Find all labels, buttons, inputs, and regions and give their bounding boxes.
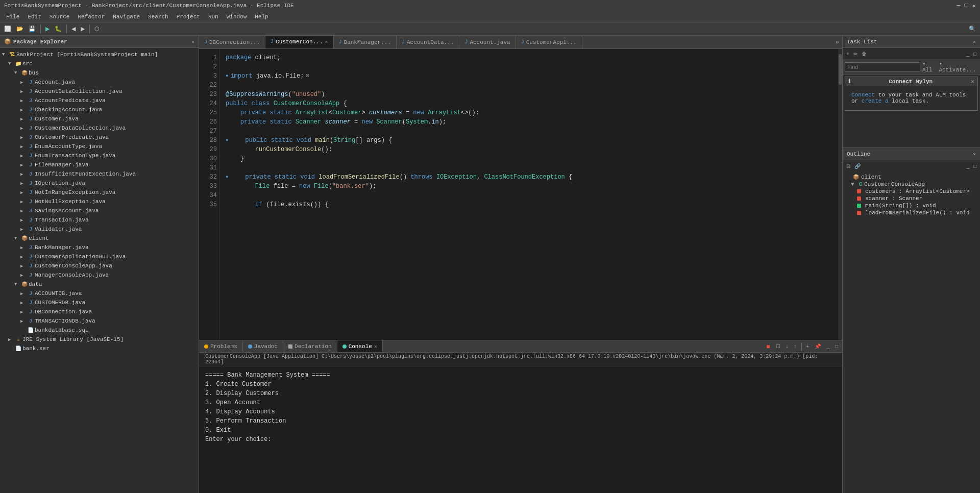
task-filter-activate[interactable]: ▾ Activate... [937, 60, 978, 73]
outline-client[interactable]: 📦 client [843, 174, 980, 181]
tree-accountdatacollection[interactable]: ▶JAccountDataCollection.java [0, 87, 199, 96]
menu-help[interactable]: Help [251, 13, 272, 21]
console-close[interactable]: ✕ [374, 343, 377, 350]
console-new[interactable]: + [804, 342, 812, 350]
console-minimize[interactable]: _ [824, 342, 831, 350]
tab-account[interactable]: J Account.java [459, 36, 516, 48]
outline-tree[interactable]: 📦 client ▼ C CustomerConsoleApp customer… [843, 171, 980, 493]
package-explorer-tree[interactable]: ▼ 🏗 BankProject [FortisBankSystemProject… [0, 48, 199, 493]
package-explorer-close[interactable]: ✕ [191, 39, 194, 45]
menu-refactor[interactable]: Refactor [74, 13, 109, 21]
outline-class[interactable]: ▼ C CustomerConsoleApp [843, 181, 980, 188]
maximize-button[interactable]: □ [965, 2, 968, 10]
outline-scanner-field[interactable]: scanner : Scanner [843, 195, 980, 202]
tree-notnull[interactable]: ▶JNotNullException.java [0, 197, 199, 206]
tree-bankdatabase[interactable]: 📄bankdatabase.sql [0, 326, 199, 335]
tree-transactiondb[interactable]: ▶JTRANSACTIONDB.java [0, 316, 199, 326]
tree-ioperation[interactable]: ▶JIOperation.java [0, 179, 199, 188]
console-scroll-end[interactable]: ↓ [784, 342, 791, 350]
outline-main-method[interactable]: main(String[]) : void [843, 202, 980, 209]
task-new[interactable]: + [845, 51, 851, 57]
toolbar-open[interactable]: 📂 [14, 24, 26, 33]
tree-savingsaccount[interactable]: ▶JSavingsAccount.java [0, 206, 199, 215]
tab-accountdata[interactable]: J AccountData... [397, 36, 459, 48]
tree-validator[interactable]: ▶JValidator.java [0, 225, 199, 234]
tab-declaration[interactable]: Declaration [283, 340, 337, 352]
close-button[interactable]: ✕ [972, 2, 976, 10]
outline-minimize[interactable]: _ [965, 163, 971, 169]
menu-source[interactable]: Source [45, 13, 74, 21]
console-terminate[interactable]: ■ [764, 342, 772, 351]
toolbar-back[interactable]: ◀ [69, 24, 78, 33]
tree-customerdb[interactable]: ▶JCUSTOMERDB.java [0, 298, 199, 307]
minimize-button[interactable]: ─ [957, 2, 960, 10]
tree-src[interactable]: ▼ 📁 src [0, 59, 199, 68]
tree-data-package[interactable]: ▼ 📦 data [0, 280, 199, 289]
task-minimize[interactable]: _ [965, 51, 971, 57]
tree-managerconsoleapp[interactable]: ▶JManagerConsoleApp.java [0, 270, 199, 280]
tree-customerconsoleapp[interactable]: ▶JCustomerConsoleApp.java [0, 261, 199, 270]
task-search-input[interactable] [845, 62, 920, 71]
toolbar-run[interactable]: ▶ [43, 24, 52, 33]
tab-javadoc[interactable]: Javadoc [243, 340, 283, 352]
console-maximize[interactable]: □ [833, 342, 840, 350]
tree-bankmanager[interactable]: ▶JBankManager.java [0, 243, 199, 252]
outline-maximize[interactable]: □ [972, 163, 978, 169]
tree-insufficientfund[interactable]: ▶JInsufficientFundException.java [0, 169, 199, 179]
tree-client-package[interactable]: ▼ 📦 client [0, 234, 199, 243]
menu-navigate[interactable]: Navigate [109, 13, 144, 21]
outline-link[interactable]: 🔗 [853, 163, 862, 169]
tree-checkingaccount[interactable]: ▶JCheckingAccount.java [0, 105, 199, 114]
task-filter-all[interactable]: ▾ All [920, 60, 937, 73]
tree-bankser[interactable]: 📄 bank.ser [0, 344, 199, 353]
tree-project[interactable]: ▼ 🏗 BankProject [FortisBankSystemProject… [0, 50, 199, 59]
console-clear[interactable]: ☐ [774, 342, 782, 350]
tab-close[interactable]: ✕ [325, 39, 328, 45]
console-scroll-start[interactable]: ↑ [792, 342, 799, 350]
task-list-close[interactable]: ✕ [973, 39, 976, 45]
task-maximize[interactable]: □ [972, 51, 978, 57]
menu-project[interactable]: Project [173, 13, 204, 21]
menu-edit[interactable]: Edit [23, 13, 45, 21]
tree-accountdb[interactable]: ▶JACCOUNTDB.java [0, 289, 199, 298]
menu-run[interactable]: Run [204, 13, 223, 21]
tree-enumtransactiontype[interactable]: ▶JEnumTransactionType.java [0, 151, 199, 160]
tree-dbconnection[interactable]: ▶JDBConnection.java [0, 307, 199, 316]
tab-overflow-menu[interactable]: » [832, 36, 842, 48]
tree-customerdatacollection[interactable]: ▶JCustomerDataCollection.java [0, 124, 199, 133]
menu-file[interactable]: File [2, 13, 23, 21]
menu-window[interactable]: Window [223, 13, 251, 21]
mylyn-connect-link[interactable]: Connect [851, 92, 875, 98]
task-delete[interactable]: 🗑 [860, 51, 868, 57]
outline-close[interactable]: ✕ [973, 151, 976, 157]
menu-search[interactable]: Search [144, 13, 173, 21]
tab-problems[interactable]: Problems [199, 340, 243, 352]
tree-customer[interactable]: ▶JCustomer.java [0, 114, 199, 124]
tab-dbconnection[interactable]: J DBConnection... [199, 36, 265, 48]
toolbar-search[interactable]: 🔍 [967, 24, 978, 33]
toolbar-perspective[interactable]: ⬡ [92, 24, 102, 33]
tab-bankmanager[interactable]: J BankManager... [334, 36, 397, 48]
outline-collapse-all[interactable]: ⊟ [845, 163, 852, 169]
code-editor[interactable]: package client; ●import java.io.File;⊠ @… [219, 49, 838, 340]
tree-notinrange[interactable]: ▶JNotInRangeException.java [0, 188, 199, 197]
tab-console[interactable]: Console ✕ [337, 340, 383, 352]
tab-customerappl[interactable]: J CustomerAppl... [516, 36, 582, 48]
outline-customers-field[interactable]: customers : ArrayList<Customer> [843, 188, 980, 195]
console-pin[interactable]: 📌 [813, 342, 823, 350]
editor-scrollbar[interactable] [838, 49, 842, 340]
tree-customerpredicate[interactable]: ▶JCustomerPredicate.java [0, 133, 199, 142]
tree-customerappgui[interactable]: ▶JCustomerApplicationGUI.java [0, 252, 199, 261]
tree-account[interactable]: ▶JAccount.java [0, 78, 199, 87]
tree-transaction[interactable]: ▶JTransaction.java [0, 215, 199, 225]
tree-jre[interactable]: ▶ ☕ JRE System Library [JavaSE-15] [0, 335, 199, 344]
tree-filemanager[interactable]: ▶JFileManager.java [0, 160, 199, 169]
toolbar-forward[interactable]: ▶ [79, 24, 87, 33]
toolbar-debug[interactable]: 🐛 [53, 24, 64, 33]
toolbar-save[interactable]: 💾 [27, 24, 38, 33]
tree-bus-package[interactable]: ▼ 📦 bus [0, 68, 199, 78]
outline-load-method[interactable]: loadFromSerializedFile() : void [843, 209, 980, 216]
tree-enumaccounttype[interactable]: ▶JEnumAccountType.java [0, 142, 199, 151]
toolbar-new[interactable]: ⬜ [2, 24, 13, 33]
editor-scroll-thumb[interactable] [839, 54, 842, 85]
